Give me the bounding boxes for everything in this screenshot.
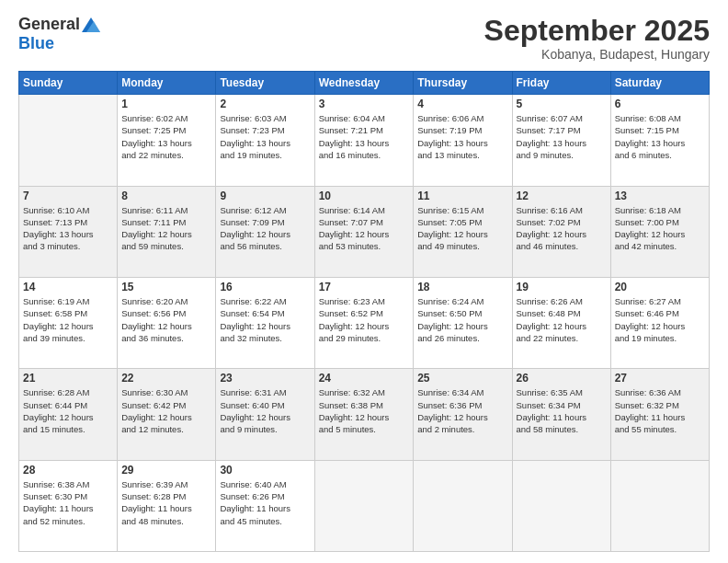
logo: General Blue xyxy=(18,15,100,53)
day-number: 16 xyxy=(220,281,310,293)
calendar-cell: 8Sunrise: 6:11 AMSunset: 7:11 PMDaylight… xyxy=(118,186,216,277)
subtitle: Kobanya, Budapest, Hungary xyxy=(484,47,710,62)
calendar-cell: 13Sunrise: 6:18 AMSunset: 7:00 PMDayligh… xyxy=(610,186,709,277)
calendar-cell: 19Sunrise: 6:26 AMSunset: 6:48 PMDayligh… xyxy=(512,277,610,368)
calendar-cell: 5Sunrise: 6:07 AMSunset: 7:17 PMDaylight… xyxy=(512,95,610,186)
day-info: Sunrise: 6:19 AMSunset: 6:58 PMDaylight:… xyxy=(23,295,113,344)
logo-general: General xyxy=(18,15,80,34)
day-number: 18 xyxy=(417,281,507,293)
day-info: Sunrise: 6:03 AMSunset: 7:23 PMDaylight:… xyxy=(220,112,310,161)
calendar-cell: 22Sunrise: 6:30 AMSunset: 6:42 PMDayligh… xyxy=(118,369,216,460)
title-block: September 2025 Kobanya, Budapest, Hungar… xyxy=(484,15,710,62)
calendar-cell: 27Sunrise: 6:36 AMSunset: 6:32 PMDayligh… xyxy=(610,369,709,460)
calendar-cell: 30Sunrise: 6:40 AMSunset: 6:26 PMDayligh… xyxy=(216,460,314,551)
day-info: Sunrise: 6:31 AMSunset: 6:40 PMDaylight:… xyxy=(220,386,310,435)
col-wednesday: Wednesday xyxy=(314,72,414,95)
calendar-cell: 1Sunrise: 6:02 AMSunset: 7:25 PMDaylight… xyxy=(118,95,216,186)
calendar-cell: 25Sunrise: 6:34 AMSunset: 6:36 PMDayligh… xyxy=(414,369,512,460)
day-number: 11 xyxy=(417,190,507,202)
day-number: 8 xyxy=(121,190,211,202)
day-number: 22 xyxy=(121,372,211,385)
day-info: Sunrise: 6:10 AMSunset: 7:13 PMDaylight:… xyxy=(23,204,113,253)
calendar-cell xyxy=(314,460,414,551)
day-info: Sunrise: 6:38 AMSunset: 6:30 PMDaylight:… xyxy=(23,478,113,527)
calendar-cell: 28Sunrise: 6:38 AMSunset: 6:30 PMDayligh… xyxy=(19,460,118,551)
day-info: Sunrise: 6:26 AMSunset: 6:48 PMDaylight:… xyxy=(517,295,607,344)
calendar-cell: 10Sunrise: 6:14 AMSunset: 7:07 PMDayligh… xyxy=(314,186,414,277)
day-number: 26 xyxy=(517,372,607,385)
day-number: 20 xyxy=(615,281,705,293)
col-monday: Monday xyxy=(118,72,216,95)
day-info: Sunrise: 6:22 AMSunset: 6:54 PMDaylight:… xyxy=(220,295,310,344)
calendar-cell xyxy=(512,460,610,551)
day-number: 21 xyxy=(23,372,113,385)
day-number: 9 xyxy=(220,190,310,202)
day-number: 6 xyxy=(615,98,705,110)
day-info: Sunrise: 6:32 AMSunset: 6:38 PMDaylight:… xyxy=(319,386,410,435)
day-info: Sunrise: 6:39 AMSunset: 6:28 PMDaylight:… xyxy=(121,478,211,527)
logo-blue: Blue xyxy=(18,34,54,53)
calendar-cell: 12Sunrise: 6:16 AMSunset: 7:02 PMDayligh… xyxy=(512,186,610,277)
day-number: 27 xyxy=(615,372,705,385)
calendar-cell: 21Sunrise: 6:28 AMSunset: 6:44 PMDayligh… xyxy=(19,369,118,460)
day-number: 19 xyxy=(517,281,607,293)
calendar-cell: 26Sunrise: 6:35 AMSunset: 6:34 PMDayligh… xyxy=(512,369,610,460)
calendar-cell xyxy=(19,95,118,186)
header-row: Sunday Monday Tuesday Wednesday Thursday… xyxy=(19,72,710,95)
calendar-week-4: 21Sunrise: 6:28 AMSunset: 6:44 PMDayligh… xyxy=(19,369,710,460)
day-number: 17 xyxy=(319,281,410,293)
calendar-cell xyxy=(610,460,709,551)
day-info: Sunrise: 6:35 AMSunset: 6:34 PMDaylight:… xyxy=(517,386,607,435)
col-sunday: Sunday xyxy=(19,72,118,95)
day-info: Sunrise: 6:07 AMSunset: 7:17 PMDaylight:… xyxy=(517,112,607,161)
day-number: 10 xyxy=(319,190,410,202)
calendar-cell: 15Sunrise: 6:20 AMSunset: 6:56 PMDayligh… xyxy=(118,277,216,368)
calendar-week-3: 14Sunrise: 6:19 AMSunset: 6:58 PMDayligh… xyxy=(19,277,710,368)
calendar-week-2: 7Sunrise: 6:10 AMSunset: 7:13 PMDaylight… xyxy=(19,186,710,277)
day-info: Sunrise: 6:14 AMSunset: 7:07 PMDaylight:… xyxy=(319,204,410,253)
day-info: Sunrise: 6:34 AMSunset: 6:36 PMDaylight:… xyxy=(417,386,507,435)
calendar-cell: 17Sunrise: 6:23 AMSunset: 6:52 PMDayligh… xyxy=(314,277,414,368)
calendar-cell: 4Sunrise: 6:06 AMSunset: 7:19 PMDaylight… xyxy=(414,95,512,186)
day-info: Sunrise: 6:28 AMSunset: 6:44 PMDaylight:… xyxy=(23,386,113,435)
day-info: Sunrise: 6:15 AMSunset: 7:05 PMDaylight:… xyxy=(417,204,507,253)
day-number: 29 xyxy=(121,464,211,477)
day-number: 7 xyxy=(23,190,113,202)
day-number: 12 xyxy=(517,190,607,202)
page: General Blue September 2025 Kobanya, Bud… xyxy=(0,0,728,563)
calendar-cell: 6Sunrise: 6:08 AMSunset: 7:15 PMDaylight… xyxy=(610,95,709,186)
day-info: Sunrise: 6:12 AMSunset: 7:09 PMDaylight:… xyxy=(220,204,310,253)
calendar-cell: 20Sunrise: 6:27 AMSunset: 6:46 PMDayligh… xyxy=(610,277,709,368)
calendar-week-5: 28Sunrise: 6:38 AMSunset: 6:30 PMDayligh… xyxy=(19,460,710,551)
calendar-cell: 18Sunrise: 6:24 AMSunset: 6:50 PMDayligh… xyxy=(414,277,512,368)
calendar-cell: 9Sunrise: 6:12 AMSunset: 7:09 PMDaylight… xyxy=(216,186,314,277)
col-friday: Friday xyxy=(512,72,610,95)
col-saturday: Saturday xyxy=(610,72,709,95)
month-title: September 2025 xyxy=(484,15,710,47)
day-number: 5 xyxy=(517,98,607,110)
day-info: Sunrise: 6:04 AMSunset: 7:21 PMDaylight:… xyxy=(319,112,410,161)
day-info: Sunrise: 6:02 AMSunset: 7:25 PMDaylight:… xyxy=(121,112,211,161)
col-thursday: Thursday xyxy=(414,72,512,95)
calendar-cell: 29Sunrise: 6:39 AMSunset: 6:28 PMDayligh… xyxy=(118,460,216,551)
day-number: 28 xyxy=(23,464,113,477)
day-info: Sunrise: 6:40 AMSunset: 6:26 PMDaylight:… xyxy=(220,478,310,527)
calendar-cell xyxy=(414,460,512,551)
day-number: 13 xyxy=(615,190,705,202)
day-number: 24 xyxy=(319,372,410,385)
day-number: 30 xyxy=(220,464,310,477)
calendar-cell: 14Sunrise: 6:19 AMSunset: 6:58 PMDayligh… xyxy=(19,277,118,368)
day-info: Sunrise: 6:08 AMSunset: 7:15 PMDaylight:… xyxy=(615,112,705,161)
calendar-cell: 11Sunrise: 6:15 AMSunset: 7:05 PMDayligh… xyxy=(414,186,512,277)
day-info: Sunrise: 6:27 AMSunset: 6:46 PMDaylight:… xyxy=(615,295,705,344)
day-info: Sunrise: 6:36 AMSunset: 6:32 PMDaylight:… xyxy=(615,386,705,435)
calendar-cell: 16Sunrise: 6:22 AMSunset: 6:54 PMDayligh… xyxy=(216,277,314,368)
day-number: 1 xyxy=(121,98,211,110)
day-number: 15 xyxy=(121,281,211,293)
day-number: 14 xyxy=(23,281,113,293)
day-number: 4 xyxy=(417,98,507,110)
day-number: 23 xyxy=(220,372,310,385)
col-tuesday: Tuesday xyxy=(216,72,314,95)
day-info: Sunrise: 6:30 AMSunset: 6:42 PMDaylight:… xyxy=(121,386,211,435)
day-info: Sunrise: 6:06 AMSunset: 7:19 PMDaylight:… xyxy=(417,112,507,161)
